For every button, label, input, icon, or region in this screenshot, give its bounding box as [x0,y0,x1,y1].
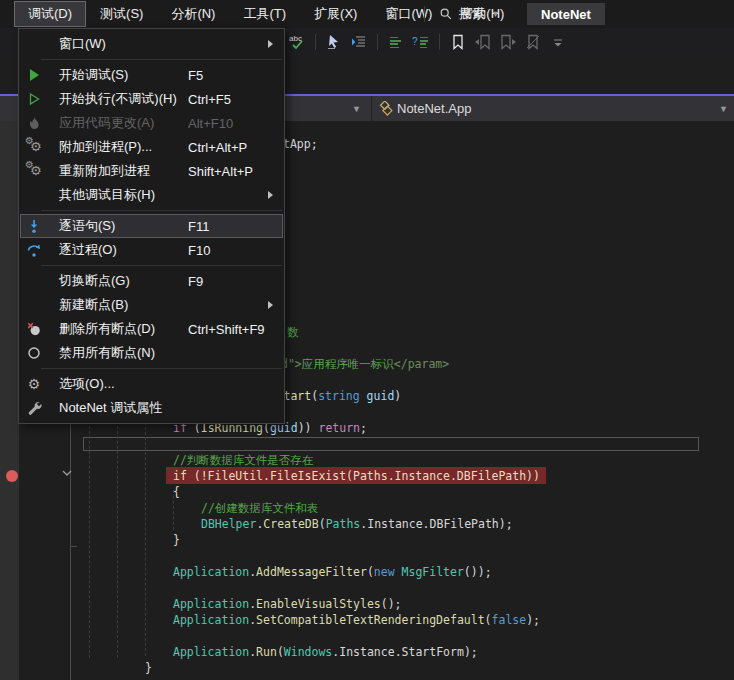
breakpoint-gutter[interactable] [0,121,19,680]
cursor-select-icon[interactable] [325,33,343,51]
menu-item[interactable]: ⚙选项(O)... [20,372,283,396]
fold-scope-line [70,400,71,680]
code-token: string [318,389,360,403]
type-dropdown[interactable]: NoteNet.App ▼ [372,96,734,121]
menubar-item[interactable]: 测试(S) [86,1,157,27]
code-token: (); [381,597,402,611]
menu-item-label: 禁用所有断点(N) [59,344,155,362]
svg-text:?: ? [412,36,418,47]
class-icon [377,101,393,117]
code-token: Instance [339,645,394,659]
menu-item-label: 重新附加到进程 [59,162,150,180]
indent-guide [117,396,118,658]
bookmark-prev-icon[interactable] [474,33,492,51]
chevron-down-icon: ▼ [352,104,361,114]
menu-item-label: 开始调试(S) [59,66,128,84]
bookmark-next-icon[interactable] [499,33,517,51]
menu-item[interactable]: 窗口(W) [20,32,283,56]
code-line: DBHelper.CreateDB(Paths.Instance.DBFileP… [201,516,513,532]
code-token: return [318,421,360,435]
paste-indent-icon[interactable] [350,33,368,51]
menu-item[interactable]: ⚙⚙重新附加到进程Shift+Alt+P [20,159,283,183]
code-token: Run [256,645,277,659]
spell-check-icon[interactable]: abc [288,33,306,51]
menubar-item[interactable]: 工具(T) [229,1,300,27]
hot-reload-icon [25,114,43,132]
code-line: tApp; [283,136,318,152]
menu-item[interactable]: 逐过程(O)F10 [20,238,283,262]
code-line: //判断数据库文件是否存在 [173,452,313,468]
menu-item-label: NoteNet 调试属性 [59,399,162,417]
visual-studio-window: { "colors":{ "accent_line":"#6A60CF","br… [0,0,734,680]
menu-item[interactable]: 应用代码更改(A)Alt+F10 [20,111,283,135]
code-token: Application [173,613,249,627]
start-debug-icon [25,66,43,84]
code-token: 数 [287,325,299,339]
menu-item-label: 删除所有断点(D) [59,320,155,338]
menu-item[interactable]: 开始调试(S)F5 [20,63,283,87]
code-line: Application.AddMessageFilter(new MsgFilt… [173,564,492,580]
start-without-debugging-icon [25,90,43,108]
menu-item-label: 新建断点(B) [59,296,128,314]
search-box[interactable]: 搜索 ▼ [424,0,500,28]
menu-item[interactable]: 逐语句(S)F11 [20,214,283,238]
indent-guide [145,412,146,656]
code-token: Application [173,565,249,579]
uncomment-lines-icon[interactable]: ? [412,33,430,51]
bookmark-toggle-icon[interactable] [449,33,467,51]
code-token: SetCompatibleTextRenderingDefault [256,613,484,627]
code-token: Paths [326,517,361,531]
menubar-item[interactable]: 调试(D) [14,1,86,27]
code-token: { [173,485,180,499]
menu-item-label: 窗口(W) [59,35,106,53]
menu-item[interactable]: ⚙⚙附加到进程(P)...Ctrl+Alt+P [20,135,283,159]
code-token: )) [298,421,319,435]
comment-lines-icon[interactable] [387,33,405,51]
code-token: . [423,517,430,531]
menu-item[interactable]: 其他调试目标(H) [20,183,283,207]
fold-end-tick [70,546,77,547]
code-line: } [173,532,180,548]
code-line: 数 [287,324,299,340]
disable-all-breakpoints-icon [25,344,43,362]
search-icon [439,7,453,21]
menu-item[interactable]: 开始执行(不调试)(H)Ctrl+F5 [20,87,283,111]
bookmark-clear-icon[interactable] [524,33,542,51]
code-line: //创建数据库文件和表 [201,500,318,516]
menubar-item[interactable]: 扩展(X) [300,1,371,27]
breakpoint-dot[interactable] [6,470,18,482]
menu-item[interactable]: 新建断点(B) [20,293,283,317]
toolbar-overflow-icon[interactable] [549,33,567,51]
code-token: 应用程序唯一标识 [302,357,394,371]
menu-item-shortcut: F5 [188,68,203,83]
code-line: Application.EnableVisualStyles(); [173,596,402,612]
code-token: AddMessageFilter [256,565,367,579]
menu-item[interactable]: 切换断点(G)F9 [20,269,283,293]
code-token: . [395,645,402,659]
current-line-box [83,437,699,451]
menu-item-shortcut: F10 [188,243,210,258]
menubar-item[interactable]: 分析(N) [157,1,229,27]
code-line: } [145,660,152,676]
fold-chevron-icon[interactable] [60,466,74,480]
reattach-process-icon: ⚙⚙ [25,162,43,180]
code-line: { [173,484,180,500]
menu-separator [41,59,282,60]
menu-item[interactable]: NoteNet 调试属性 [20,396,283,420]
menu-item[interactable]: 禁用所有断点(N) [20,341,283,365]
code-token: tApp; [283,137,318,151]
code-token [395,565,402,579]
menu-item-label: 应用代码更改(A) [59,114,154,132]
menu-item[interactable]: 删除所有断点(D)Ctrl+Shift+F9 [20,317,283,341]
code-token: DBFilePath [430,517,499,531]
code-token [360,389,367,403]
search-label: 搜索 [459,5,485,23]
menu-item-label: 开始执行(不调试)(H) [59,90,177,108]
code-line: d">应用程序唯一标识</param> [281,356,449,372]
code-token: ( [367,565,374,579]
toolbar-divider [377,34,378,50]
menu-separator [41,265,282,266]
menu-item-shortcut: F11 [188,219,209,234]
debug-menu-popup: 窗口(W)开始调试(S)F5开始执行(不调试)(H)Ctrl+F5应用代码更改(… [18,28,285,424]
code-token: if (!FileUtil.FileIsExist(Paths.Instance… [173,469,540,483]
